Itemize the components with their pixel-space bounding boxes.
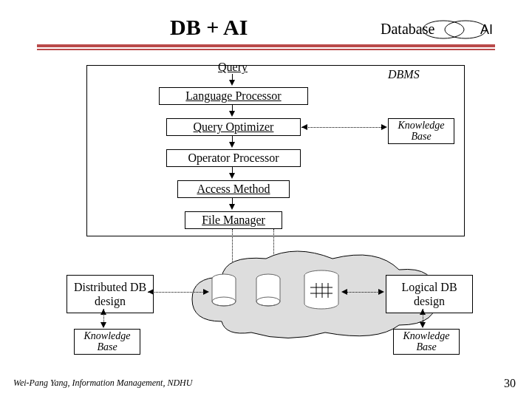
arrow-down-icon bbox=[229, 173, 235, 179]
arrow-up-icon bbox=[100, 309, 106, 315]
cylinder-icon bbox=[211, 273, 237, 307]
venn-diagram bbox=[421, 16, 488, 43]
stage-operator-processor: Operator Processor bbox=[166, 149, 301, 167]
dbms-label: DBMS bbox=[388, 68, 420, 81]
distributed-db-design: Distributed DB design bbox=[66, 275, 154, 313]
arrow-left-icon bbox=[301, 124, 307, 130]
slide-title: DB + AI bbox=[170, 15, 248, 40]
arrow-line bbox=[232, 105, 233, 111]
cylinder-icon bbox=[255, 273, 282, 307]
page-number: 30 bbox=[504, 377, 516, 390]
arrow-right-icon bbox=[203, 289, 209, 295]
arrow-down-icon bbox=[229, 204, 235, 210]
arrow-down-icon bbox=[229, 111, 235, 117]
arrow-line bbox=[232, 74, 233, 80]
arrow-line bbox=[232, 198, 233, 204]
stage-access-method: Access Method bbox=[177, 180, 290, 198]
divider-thin bbox=[37, 49, 495, 50]
venn-label-ai: AI bbox=[480, 22, 493, 38]
arrow-down-icon bbox=[420, 322, 426, 328]
divider-heavy bbox=[37, 44, 495, 47]
arrow-line bbox=[232, 167, 233, 173]
arrow-down-icon bbox=[229, 142, 235, 148]
knowledge-base-left: Knowledge Base bbox=[74, 329, 140, 355]
arrow-right-icon bbox=[378, 289, 384, 295]
arrow-down-icon bbox=[229, 80, 235, 86]
stage-query: Query bbox=[181, 59, 284, 75]
connector-dotted bbox=[148, 292, 207, 293]
connector-dotted bbox=[301, 127, 381, 128]
arrow-left-icon bbox=[341, 289, 347, 295]
cylinder-grid-icon bbox=[303, 270, 340, 310]
arrow-line bbox=[232, 136, 233, 142]
footer-credit: Wei-Pang Yang, Information Management, N… bbox=[13, 378, 192, 389]
stage-language-processor: Language Processor bbox=[159, 87, 308, 105]
stage-query-optimizer: Query Optimizer bbox=[166, 118, 301, 136]
knowledge-base-top: Knowledge Base bbox=[388, 118, 454, 144]
knowledge-base-right: Knowledge Base bbox=[393, 329, 460, 355]
arrow-down-icon bbox=[100, 322, 106, 328]
svg-point-0 bbox=[423, 21, 464, 38]
arrow-left-icon bbox=[148, 289, 154, 295]
logical-db-design: Logical DB design bbox=[386, 275, 473, 313]
connector-dotted bbox=[344, 292, 382, 293]
stage-file-manager: File Manager bbox=[185, 211, 282, 229]
arrow-right-icon bbox=[381, 124, 387, 130]
arrow-up-icon bbox=[420, 309, 426, 315]
